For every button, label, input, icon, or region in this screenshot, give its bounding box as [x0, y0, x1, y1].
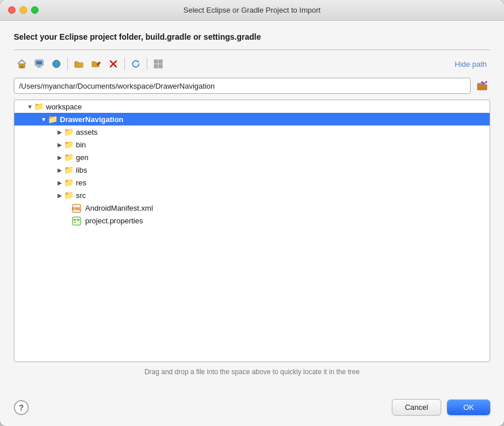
label-bin: bin — [76, 140, 86, 149]
label-project: project.properties — [85, 216, 143, 225]
svg-rect-24 — [72, 217, 81, 225]
chevron-manifest — [64, 204, 72, 212]
svg-rect-1 — [21, 66, 23, 68]
monitor-button[interactable] — [31, 56, 47, 72]
label-manifest: AndroidManifest.xml — [85, 204, 153, 212]
label-res: res — [76, 178, 86, 187]
folder-icon-workspace: 📁 — [34, 102, 44, 111]
toolbar-left — [14, 56, 166, 72]
edit-folder-button[interactable] — [88, 56, 104, 72]
drag-hint: Drag and drop a file into the space abov… — [14, 366, 490, 378]
chevron-libs — [56, 166, 64, 174]
separator3 — [147, 58, 147, 70]
footer-buttons: Cancel OK — [392, 399, 490, 416]
browse-button[interactable] — [474, 78, 490, 94]
label-src: src — [76, 191, 86, 200]
svg-rect-4 — [38, 66, 40, 67]
traffic-lights — [8, 6, 39, 14]
tree-item-project[interactable]: project.properties — [14, 215, 490, 228]
chevron-src — [56, 191, 64, 199]
path-input[interactable] — [14, 78, 471, 94]
chevron-workspace — [26, 102, 34, 111]
ok-button[interactable]: OK — [447, 400, 490, 415]
tree-item-workspace[interactable]: 📁 workspace — [14, 100, 490, 113]
help-button[interactable]: ? — [14, 400, 29, 415]
toolbar: Hide path — [14, 56, 490, 72]
refresh-button[interactable] — [128, 56, 144, 72]
tree-item-libs[interactable]: 📁 libs — [14, 163, 490, 176]
chevron-gen — [56, 153, 64, 161]
svg-rect-27 — [77, 219, 79, 220]
maximize-button[interactable] — [31, 6, 39, 14]
svg-rect-17 — [159, 60, 162, 63]
tree-item-manifest[interactable]: XML AndroidManifest.xml — [14, 201, 490, 215]
chevron-drawernav — [40, 115, 48, 123]
separator1 — [67, 58, 68, 70]
hide-path-button[interactable]: Hide path — [451, 59, 490, 70]
title-bar: Select Eclipse or Gradle Project to Impo… — [0, 0, 504, 21]
chevron-res — [56, 178, 64, 187]
chevron-assets — [56, 128, 64, 136]
svg-rect-18 — [154, 64, 158, 68]
folder-icon-gen: 📁 — [64, 153, 74, 162]
instruction-text: Select your Eclipse project folder, buil… — [14, 32, 490, 41]
separator2 — [124, 58, 125, 70]
folder-icon-res: 📁 — [64, 178, 74, 187]
label-assets: assets — [76, 128, 98, 136]
folder-icon-drawernav: 📁 — [48, 115, 58, 124]
xml-icon: XML — [72, 203, 83, 213]
chevron-bin — [56, 140, 64, 149]
chevron-project — [64, 217, 72, 225]
folder-icon-assets: 📁 — [64, 127, 74, 136]
prop-icon — [72, 216, 83, 226]
svg-rect-26 — [74, 222, 76, 223]
delete-button[interactable] — [105, 56, 121, 72]
svg-rect-19 — [159, 64, 162, 68]
label-libs: libs — [76, 166, 87, 174]
svg-rect-3 — [36, 61, 42, 64]
tree-item-bin[interactable]: 📁 bin — [14, 138, 490, 151]
divider — [14, 50, 490, 50]
minimize-button[interactable] — [20, 6, 27, 14]
tree-item-gen[interactable]: 📁 gen — [14, 151, 490, 163]
folder-icon-src: 📁 — [64, 191, 74, 200]
label-workspace: workspace — [46, 102, 82, 111]
svg-rect-16 — [154, 60, 158, 63]
dialog-title: Select Eclipse or Gradle Project to Impo… — [184, 6, 320, 14]
svg-rect-5 — [37, 67, 41, 68]
new-folder-button[interactable] — [71, 56, 87, 72]
tree-item-res[interactable]: 📁 res — [14, 176, 490, 189]
svg-text:XML: XML — [72, 206, 81, 211]
label-drawernav: DrawerNavigation — [60, 115, 124, 124]
cancel-button[interactable]: Cancel — [392, 399, 441, 416]
folder-icon-libs: 📁 — [64, 165, 74, 174]
folder-icon-bin: 📁 — [64, 140, 74, 149]
globe-button[interactable] — [48, 56, 64, 72]
svg-rect-25 — [74, 219, 76, 220]
grid-button[interactable] — [150, 56, 166, 72]
dialog-body: Select your Eclipse project folder, buil… — [0, 21, 504, 394]
home-button[interactable] — [14, 56, 30, 72]
dialog-window: Select Eclipse or Gradle Project to Impo… — [0, 0, 504, 426]
file-tree: 📁 workspace 📁 DrawerNavigation 📁 assets … — [14, 100, 490, 362]
tree-item-drawernav[interactable]: 📁 DrawerNavigation — [14, 113, 490, 125]
tree-item-src[interactable]: 📁 src — [14, 189, 490, 201]
footer: ? Cancel OK — [0, 394, 504, 426]
path-row — [14, 78, 490, 94]
close-button[interactable] — [8, 6, 16, 14]
tree-item-assets[interactable]: 📁 assets — [14, 125, 490, 138]
label-gen: gen — [76, 153, 89, 162]
